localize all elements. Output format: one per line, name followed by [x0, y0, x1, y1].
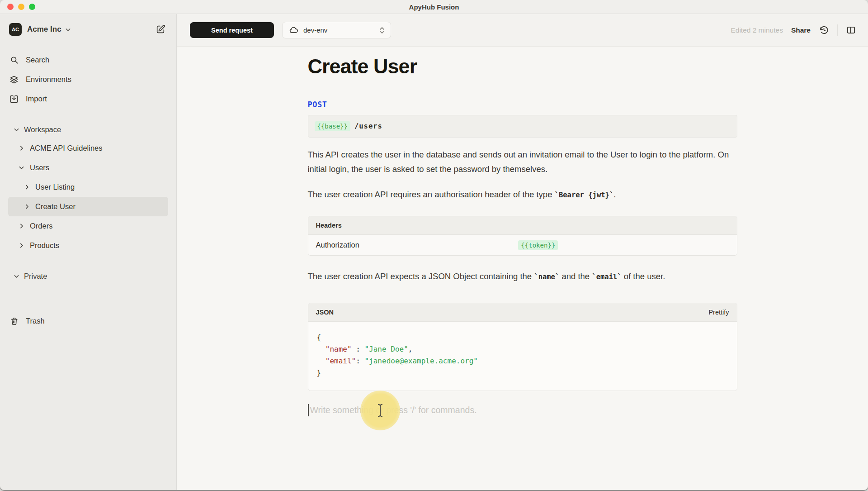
titlebar: ApyHub Fusion — [0, 0, 868, 14]
sidebar-item-trash[interactable]: Trash — [0, 311, 176, 331]
code-language-label: JSON — [316, 309, 334, 316]
code-line: { — [317, 332, 728, 343]
sidebar: AC Acme Inc Search — [0, 14, 177, 490]
select-stepper-icon — [379, 26, 385, 34]
section-label: Private — [24, 272, 47, 281]
sidebar-item-acme-api-guidelines[interactable]: ACME API Guidelines — [0, 138, 176, 158]
tree-item-label: Products — [30, 241, 59, 250]
chevron-down-icon — [65, 27, 71, 33]
environment-name: dev-env — [303, 26, 327, 34]
url-path: /users — [354, 122, 382, 130]
tree-item-label: ACME API Guidelines — [30, 144, 103, 153]
chevron-right-icon — [24, 204, 30, 210]
import-icon — [9, 95, 19, 104]
window-title: ApyHub Fusion — [409, 3, 459, 11]
document-area[interactable]: Create User POST {{base}} /users This AP… — [177, 47, 868, 490]
tree-item-label: Create User — [35, 202, 75, 211]
page-title: Create User — [308, 55, 737, 78]
http-method-badge: POST — [308, 100, 737, 109]
sidebar-item-label: Trash — [26, 317, 45, 325]
tree-item-label: Orders — [30, 222, 52, 230]
code-line: "name" : "Jane Doe", — [317, 343, 728, 355]
sidebar-item-label: Import — [26, 95, 47, 103]
headers-table-title: Headers — [308, 216, 737, 235]
layers-icon — [9, 75, 19, 84]
editor-placeholder: Write something or press '/' for command… — [310, 405, 477, 415]
request-url-bar[interactable]: {{base}} /users — [308, 115, 737, 138]
minimize-window-button[interactable] — [18, 4, 24, 10]
cloud-icon — [289, 25, 298, 35]
json-string-value: "Jane Doe" — [364, 345, 408, 353]
description-paragraph-2: The user creation API requires an author… — [308, 187, 737, 202]
chevron-down-icon — [19, 165, 24, 171]
json-key: "name" — [326, 345, 352, 353]
json-string-value: "janedoe@example.acme.org" — [364, 357, 477, 365]
tree-item-label: Users — [30, 163, 49, 172]
inline-code-email: `email` — [592, 273, 621, 281]
sidebar-item-orders[interactable]: Orders — [0, 216, 176, 236]
json-code-block: JSON Prettify { "name" : "Jane Doe", "em… — [308, 303, 737, 391]
edited-status: Edited 2 minutes — [731, 26, 783, 34]
new-document-icon[interactable] — [156, 24, 165, 34]
headers-table: Headers Authorization {{token}} — [308, 216, 737, 256]
sidebar-item-user-listing[interactable]: User Listing — [0, 177, 176, 197]
share-button[interactable]: Share — [791, 26, 811, 34]
code-line: "email": "janedoe@example.acme.org" — [317, 355, 728, 367]
paragraph-text: and the — [559, 272, 592, 281]
header-value-chip: {{token}} — [518, 240, 558, 250]
app-window: ApyHub Fusion AC Acme Inc Search — [0, 0, 868, 490]
toolbar-divider — [837, 24, 838, 36]
chevron-right-icon — [19, 145, 24, 151]
sidebar-item-products[interactable]: Products — [0, 236, 176, 255]
code-line: } — [317, 367, 728, 379]
chevron-down-icon — [14, 273, 19, 279]
paragraph-text: The user creation API expects a JSON Obj… — [308, 272, 534, 281]
paragraph-text: . — [613, 190, 616, 199]
json-key: "email" — [326, 357, 356, 365]
section-private[interactable]: Private — [0, 267, 176, 285]
search-icon — [9, 56, 19, 64]
toggle-panel-icon[interactable] — [846, 25, 856, 35]
description-paragraph-1: This API creates the user in the databas… — [308, 148, 737, 176]
trash-icon — [9, 317, 19, 325]
request-toolbar: Send request dev-env Edited 2 minutes Sh… — [177, 14, 868, 47]
close-window-button[interactable] — [7, 4, 14, 10]
send-request-button[interactable]: Send request — [190, 22, 274, 38]
sidebar-item-users[interactable]: Users — [0, 158, 176, 177]
json-code-editor[interactable]: { "name" : "Jane Doe", "email": "janedoe… — [308, 322, 737, 391]
zoom-window-button[interactable] — [29, 4, 35, 10]
sidebar-item-import[interactable]: Import — [0, 89, 176, 109]
chevron-down-icon — [14, 127, 19, 133]
history-icon[interactable] — [819, 25, 829, 35]
description-paragraph-3: The user creation API expects a JSON Obj… — [308, 269, 737, 284]
header-key: Authorization — [316, 241, 519, 249]
table-row[interactable]: Authorization {{token}} — [308, 235, 737, 255]
url-variable-chip: {{base}} — [315, 121, 350, 131]
traffic-lights — [7, 4, 35, 10]
org-avatar: AC — [9, 23, 22, 36]
chevron-right-icon — [19, 223, 24, 229]
inline-code-name: `name` — [534, 273, 559, 281]
prettify-button[interactable]: Prettify — [708, 309, 729, 316]
inline-code-bearer-jwt: `Bearer {jwt}` — [555, 191, 614, 199]
main-panel: Send request dev-env Edited 2 minutes Sh… — [177, 14, 868, 490]
private-section: Private — [0, 267, 176, 285]
chevron-right-icon — [24, 184, 30, 190]
chevron-right-icon — [19, 243, 24, 248]
sidebar-item-label: Search — [26, 56, 49, 64]
tree-item-label: User Listing — [35, 183, 75, 191]
text-caret — [308, 404, 309, 416]
paragraph-text: The user creation API requires an author… — [308, 190, 555, 199]
environment-selector[interactable]: dev-env — [282, 22, 391, 38]
org-name: Acme Inc — [27, 25, 61, 34]
section-label: Workspace — [24, 125, 61, 134]
section-workspace[interactable]: Workspace — [0, 120, 176, 138]
sidebar-item-search[interactable]: Search — [0, 50, 176, 70]
paragraph-text: of the user. — [622, 272, 665, 281]
editor-empty-line[interactable]: Write something or press '/' for command… — [308, 403, 737, 417]
sidebar-item-create-user[interactable]: Create User — [8, 197, 168, 216]
workspace-section: Workspace ACME API Guidelines Users — [0, 120, 176, 255]
sidebar-item-environments[interactable]: Environments — [0, 70, 176, 89]
workspace-switcher[interactable]: AC Acme Inc — [0, 20, 176, 40]
sidebar-nav: Search Environments Import — [0, 50, 176, 109]
